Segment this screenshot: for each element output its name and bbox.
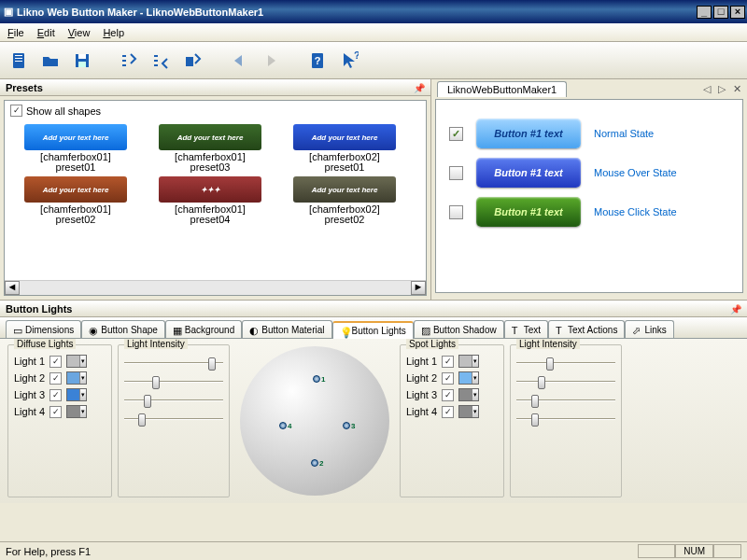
- light-row: Light 4 ▾: [14, 405, 106, 418]
- presets-scrollbar[interactable]: ◄ ►: [5, 280, 426, 295]
- state-preview-button[interactable]: Button #1 text: [476, 119, 581, 148]
- minimize-button[interactable]: _: [697, 6, 712, 19]
- preset-item[interactable]: Add your text here [chamferbox01]preset0…: [10, 176, 141, 225]
- light-checkbox[interactable]: [442, 372, 454, 385]
- dropdown-icon[interactable]: ▾: [472, 406, 478, 417]
- tab-button-shape[interactable]: ◉Button Shape: [81, 320, 165, 338]
- menu-edit[interactable]: Edit: [37, 27, 55, 38]
- preview-tab[interactable]: LiknoWebButtonMaker1: [437, 81, 567, 97]
- intensity-slider[interactable]: [124, 394, 223, 407]
- maximize-button[interactable]: □: [713, 6, 728, 19]
- tab-icon: T: [512, 325, 521, 334]
- intensity-slider[interactable]: [516, 413, 615, 426]
- dropdown-icon[interactable]: ▾: [79, 356, 86, 367]
- dropdown-icon[interactable]: ▾: [79, 389, 86, 400]
- pin-icon[interactable]: 📌: [414, 83, 425, 93]
- intensity-slider[interactable]: [124, 413, 223, 426]
- tab-text-actions[interactable]: TText Actions: [548, 320, 625, 338]
- light-label: Light 4: [406, 406, 437, 417]
- light-color-swatch[interactable]: ▾: [66, 355, 87, 368]
- light-color-swatch[interactable]: ▾: [66, 405, 87, 418]
- light-marker-3[interactable]: 3: [343, 419, 358, 432]
- light-color-swatch[interactable]: ▾: [66, 388, 87, 401]
- dropdown-icon[interactable]: ▾: [472, 389, 478, 400]
- lights-header: Button Lights 📌: [0, 301, 747, 317]
- tab-button-shadow[interactable]: ▨Button Shadow: [414, 320, 504, 338]
- next-doc-icon[interactable]: ▷: [718, 83, 726, 95]
- tab-dimensions[interactable]: ▭Dimensions: [6, 320, 81, 338]
- light-marker-4[interactable]: 4: [279, 419, 294, 432]
- open-icon[interactable]: [37, 48, 63, 74]
- forward-icon[interactable]: [258, 48, 284, 74]
- preset-item[interactable]: Add your text here [chamferbox02]preset0…: [279, 176, 410, 225]
- state-checkbox[interactable]: [449, 127, 463, 141]
- svg-rect-6: [78, 62, 86, 67]
- dropdown-icon[interactable]: ▾: [79, 406, 86, 417]
- state-preview-button[interactable]: Button #1 text: [476, 158, 581, 188]
- save-icon[interactable]: [69, 48, 95, 74]
- light-checkbox[interactable]: [442, 389, 454, 401]
- light-sphere[interactable]: 1 4 3 2: [240, 346, 389, 496]
- back-icon[interactable]: [226, 48, 252, 74]
- light-checkbox[interactable]: [49, 372, 62, 385]
- intensity-slider[interactable]: [124, 357, 223, 370]
- light-row: Light 1 ▾: [406, 355, 498, 368]
- menu-help[interactable]: Help: [103, 27, 124, 38]
- tab-button-material[interactable]: ◐Button Material: [242, 320, 331, 338]
- light-label: Light 4: [14, 406, 45, 417]
- light-marker-1[interactable]: 1: [313, 372, 328, 385]
- state-checkbox[interactable]: [449, 205, 463, 219]
- light-checkbox[interactable]: [442, 406, 454, 418]
- close-button[interactable]: ×: [730, 6, 745, 19]
- light-checkbox[interactable]: [49, 389, 62, 401]
- light-checkbox[interactable]: [49, 356, 62, 368]
- preset-item[interactable]: Add your text here [chamferbox01]preset0…: [145, 124, 275, 173]
- tab-background[interactable]: ▦Background: [165, 320, 242, 338]
- scroll-right-icon[interactable]: ►: [411, 281, 426, 295]
- intensity-slider[interactable]: [124, 375, 223, 388]
- scroll-left-icon[interactable]: ◄: [5, 281, 20, 295]
- intensity-slider[interactable]: [516, 375, 615, 388]
- light-label: Light 1: [406, 356, 437, 367]
- state-preview-button[interactable]: Button #1 text: [476, 197, 581, 227]
- preset-thumb: ✦✦✦: [159, 176, 261, 203]
- help-pointer-icon[interactable]: ?: [336, 48, 362, 74]
- preset-item[interactable]: Add your text here [chamferbox01]preset0…: [10, 124, 141, 173]
- preset-item[interactable]: Add your text here [chamferbox02]preset0…: [279, 124, 410, 173]
- light-checkbox[interactable]: [49, 406, 62, 418]
- tab-button-lights[interactable]: 💡Button Lights: [332, 321, 414, 339]
- intensity-slider[interactable]: [516, 394, 615, 407]
- preset-caption: [chamferbox01]preset01: [10, 152, 141, 173]
- light-color-swatch[interactable]: ▾: [458, 405, 479, 418]
- tab-text[interactable]: TText: [504, 320, 548, 338]
- tool-icon-3[interactable]: [179, 48, 205, 74]
- dropdown-icon[interactable]: ▾: [472, 372, 478, 384]
- light-checkbox[interactable]: [442, 356, 454, 368]
- light-color-swatch[interactable]: ▾: [458, 355, 479, 368]
- light-marker-2[interactable]: 2: [311, 456, 326, 469]
- show-all-label: Show all shapes: [26, 105, 101, 117]
- tool-icon-2[interactable]: [148, 48, 174, 74]
- tool-icon-1[interactable]: [116, 48, 142, 74]
- light-color-swatch[interactable]: ▾: [458, 371, 479, 385]
- light-color-swatch[interactable]: ▾: [66, 371, 87, 385]
- menu-file[interactable]: File: [7, 27, 24, 38]
- state-checkbox[interactable]: [449, 166, 463, 180]
- dropdown-icon[interactable]: ▾: [472, 356, 478, 367]
- state-label: Mouse Click State: [594, 206, 677, 217]
- help-doc-icon[interactable]: ?: [304, 48, 331, 74]
- close-doc-icon[interactable]: ✕: [733, 83, 741, 95]
- preset-item[interactable]: ✦✦✦ [chamferbox01]preset04: [145, 176, 275, 225]
- state-row: Button #1 text Mouse Click State: [449, 197, 729, 227]
- intensity-slider[interactable]: [516, 357, 615, 370]
- tab-links[interactable]: ⬀Links: [625, 320, 673, 338]
- light-color-swatch[interactable]: ▾: [458, 388, 479, 401]
- menu-view[interactable]: View: [68, 27, 91, 38]
- show-all-checkbox[interactable]: [10, 105, 22, 117]
- pin-icon[interactable]: 📌: [730, 304, 741, 315]
- dropdown-icon[interactable]: ▾: [79, 372, 86, 384]
- preset-thumb: Add your text here: [293, 176, 396, 203]
- svg-rect-13: [186, 57, 193, 66]
- new-icon[interactable]: [6, 48, 32, 74]
- prev-doc-icon[interactable]: ◁: [703, 83, 711, 95]
